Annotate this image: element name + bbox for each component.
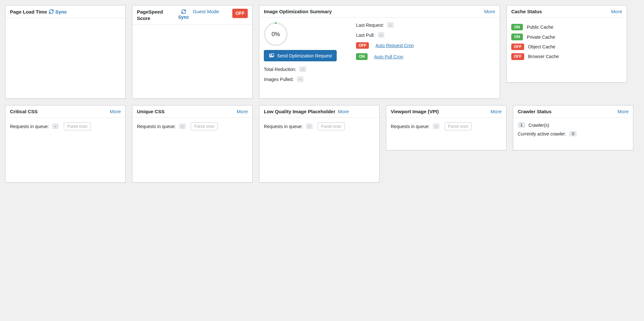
auto-pull-cron-link[interactable]: Auto Pull Cron	[374, 54, 403, 59]
optimization-gauge: 0%	[264, 22, 288, 46]
crawler-status-more-link[interactable]: More	[618, 109, 629, 114]
queue-value: -	[306, 124, 312, 129]
last-request-label: Last Request:	[356, 23, 384, 28]
sync-link[interactable]: Sync	[55, 9, 67, 15]
cache-status-card: Cache Status More ON Public Cache ON Pri…	[506, 5, 627, 83]
cache-item-object: OFF Object Cache	[511, 42, 622, 52]
force-cron-button[interactable]: Force cron	[318, 122, 345, 130]
queue-value: -	[433, 124, 439, 129]
vpi-card: Viewport Image (VPI) More Requests in qu…	[386, 105, 506, 150]
crawler-count-label: Crawler(s)	[528, 123, 549, 128]
cache-item-private: ON Private Cache	[511, 32, 622, 42]
status-badge: ON	[511, 24, 523, 30]
total-reduction-label: Total Reduction:	[264, 67, 296, 72]
cache-label: Browser Cache	[528, 54, 559, 59]
status-badge: OFF	[511, 44, 524, 50]
image-optimization-title: Image Optimization Summary	[264, 9, 332, 14]
last-pull-value: -	[378, 32, 384, 38]
pagespeed-sync-link[interactable]: Sync	[178, 9, 189, 20]
guest-mode-link[interactable]: Guest Mode	[193, 9, 219, 15]
cache-item-public: ON Public Cache	[511, 22, 622, 32]
image-optimization-more-link[interactable]: More	[484, 9, 495, 14]
unique-css-more-link[interactable]: More	[237, 109, 248, 114]
active-crawler-label: Currently active crawler:	[518, 131, 566, 136]
auto-request-cron-badge: OFF	[356, 42, 369, 49]
last-pull-label: Last Pull:	[356, 33, 375, 38]
crawler-count-value: 1	[518, 122, 525, 128]
auto-pull-cron-badge: ON	[356, 53, 368, 60]
svg-point-1	[271, 55, 272, 55]
critical-css-title: Critical CSS	[10, 109, 38, 114]
sync-icon	[181, 9, 187, 15]
queue-label: Requests in queue:	[10, 124, 49, 129]
unique-css-title: Unique CSS	[137, 109, 165, 114]
cache-status-title: Cache Status	[511, 9, 542, 14]
status-badge: OFF	[511, 53, 524, 60]
status-badge: ON	[511, 34, 523, 40]
cache-label: Object Cache	[528, 44, 555, 49]
cache-label: Private Cache	[527, 35, 555, 40]
image-optimization-card: Image Optimization Summary More 0% Send …	[259, 5, 500, 99]
queue-label: Requests in queue:	[264, 124, 303, 129]
crawler-status-title: Crawler Status	[518, 109, 552, 114]
critical-css-more-link[interactable]: More	[110, 109, 121, 114]
pagespeed-title: PageSpeed Score	[137, 9, 172, 21]
pagespeed-status-badge: OFF	[232, 9, 248, 18]
gauge-value: 0%	[272, 31, 280, 38]
queue-value: -	[52, 124, 59, 129]
pagespeed-sync-text: Sync	[178, 15, 189, 20]
cache-item-browser: OFF Browser Cache	[511, 52, 622, 61]
lqip-card: Low Quality Image Placeholder More Reque…	[259, 105, 380, 183]
pagespeed-card: PageSpeed Score Sync Guest Mode OFF	[132, 5, 253, 99]
auto-request-cron-link[interactable]: Auto Request Cron	[375, 43, 414, 48]
send-optimization-request-button[interactable]: Send Optimization Request	[264, 50, 337, 61]
page-load-time-title: Page Load Time	[10, 9, 47, 15]
vpi-more-link[interactable]: More	[491, 109, 502, 114]
queue-label: Requests in queue:	[137, 124, 176, 129]
images-pulled-label: Images Pulled:	[264, 77, 294, 82]
queue-value: -	[179, 124, 186, 129]
last-request-value: -	[387, 22, 394, 28]
vpi-title: Viewport Image (VPI)	[391, 109, 439, 114]
page-load-time-card: Page Load Time Sync	[5, 5, 126, 99]
force-cron-button[interactable]: Force cron	[64, 122, 91, 130]
images-pulled-value: -	[297, 76, 303, 82]
queue-label: Requests in queue:	[391, 124, 430, 129]
critical-css-card: Critical CSS More Requests in queue: - F…	[5, 105, 126, 183]
sync-icon[interactable]	[48, 9, 54, 15]
cache-label: Public Cache	[527, 25, 553, 30]
total-reduction-value: -	[299, 66, 306, 72]
force-cron-button[interactable]: Force cron	[191, 122, 218, 130]
crawler-status-card: Crawler Status More 1 Crawler(s) Current…	[513, 105, 633, 150]
lqip-more-link[interactable]: More	[338, 109, 349, 114]
active-crawler-value: 0	[569, 131, 577, 136]
force-cron-button[interactable]: Force cron	[445, 122, 472, 130]
unique-css-card: Unique CSS More Requests in queue: - For…	[132, 105, 253, 183]
lqip-title: Low Quality Image Placeholder	[264, 109, 335, 114]
cache-status-more-link[interactable]: More	[611, 9, 622, 14]
send-opt-label: Send Optimization Request	[277, 53, 332, 58]
images-icon	[269, 52, 274, 59]
